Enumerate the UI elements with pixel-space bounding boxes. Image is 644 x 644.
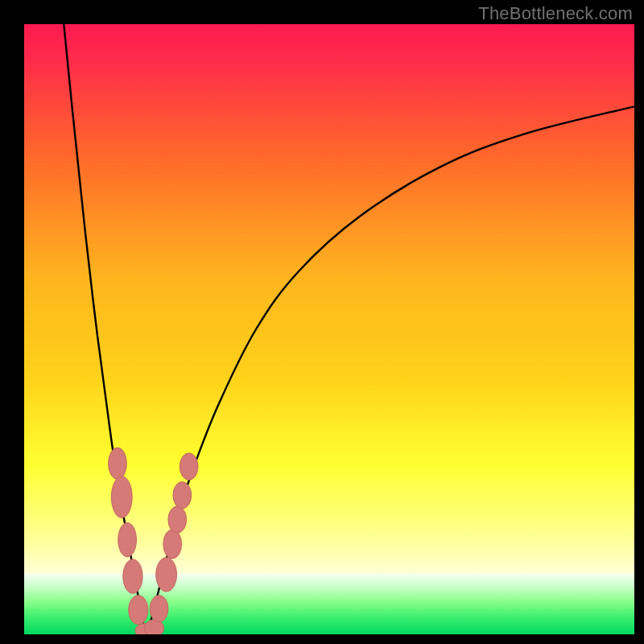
data-marker [156,558,177,592]
bottleneck-curve [24,24,634,634]
plot-area [24,24,634,634]
chart-frame: TheBottleneck.com [0,0,644,644]
watermark-text: TheBottleneck.com [478,3,633,24]
data-marker [118,522,137,556]
data-marker [109,448,127,479]
data-marker [168,506,187,533]
data-marker [123,559,142,593]
data-marker [129,595,148,624]
data-marker [180,453,198,480]
data-marker [163,530,182,559]
series-right-branch [147,106,634,634]
data-marker [111,477,132,518]
data-marker [150,595,168,621]
data-marker [173,482,192,509]
